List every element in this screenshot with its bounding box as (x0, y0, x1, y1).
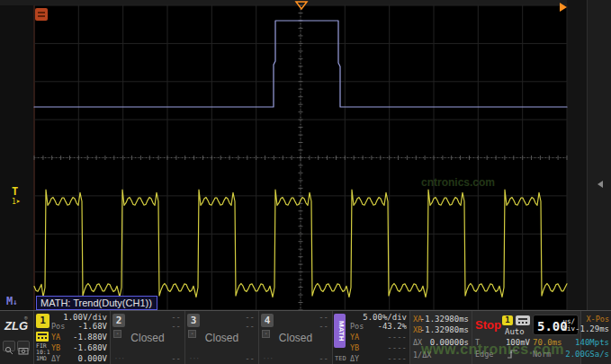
left-margin (0, 5, 34, 310)
right-margin (567, 0, 611, 310)
channel-4-panel[interactable]: 4 -- -- - Closed ··· -- (258, 311, 332, 364)
channel-4-badge[interactable]: 4 (261, 314, 274, 327)
cursor-yb-value: -1.680V (73, 344, 107, 352)
oscilloscope-screen: T 1➤ M↓ MATH: Trend(Duty(CH1)) www.cntro… (0, 0, 611, 364)
brand-logo: ZLG (4, 319, 28, 333)
math-scale: 5.00%/div (363, 314, 407, 322)
channel-1-impedance: 1MΩ (36, 356, 47, 362)
left-edge-clip-indicator (33, 5, 35, 310)
channel-3-status: Closed (185, 332, 258, 344)
sample-rate: 2.00GSa/s (546, 351, 609, 359)
channel-3-badge[interactable]: 3 (187, 314, 200, 327)
channel-2-status: Closed (111, 332, 184, 344)
screenshot-button[interactable] (17, 341, 30, 351)
waveform-display[interactable] (34, 5, 567, 310)
trigger-label: T (475, 339, 480, 347)
trigger-source-marker[interactable]: T 1➤ (12, 187, 21, 207)
channel-1-panel[interactable]: 1 FIR 10:1 1MΩ 1.00V/div Pos -1.68V YA -… (33, 311, 110, 364)
timebase-unit: us/div (562, 318, 575, 333)
trigger-arrow-icon: ➤ (16, 198, 21, 206)
cursor-ya-value: -1.880V (73, 333, 107, 342)
run-stop-button[interactable]: Stop (475, 318, 501, 332)
trigger-type[interactable]: Edge (475, 351, 493, 359)
cursor-dx-value: 0.00000s (430, 339, 469, 347)
math-sub-badge: TED (335, 355, 346, 362)
channel-3-panel[interactable]: 3 -- -- - Closed ··· -- (184, 311, 258, 364)
right-scroll-column[interactable] (587, 0, 611, 310)
trigger-position-marker-icon[interactable] (294, 0, 309, 11)
channel-1-position: -1.68V (77, 323, 107, 331)
channel-2-panel[interactable]: 2 -- -- - Closed ··· -- (110, 311, 184, 364)
camera-icon (18, 346, 29, 355)
trigger-level: 100mV (506, 339, 530, 347)
run-state-column: Stop T Edge (472, 311, 502, 364)
rising-edge-icon (506, 349, 520, 360)
level-arrow-icon[interactable] (597, 180, 604, 189)
memory-depth: 140Mpts (555, 339, 609, 347)
cursor-x-panel[interactable]: XA -1.32980ms XB -1.32980ms ΔX 0.00000s … (409, 311, 472, 364)
channel-1-coupling-icon (36, 332, 49, 342)
record-status-badge[interactable] (35, 8, 48, 21)
channel-1-scale: 1.00V/div (63, 314, 107, 322)
registered-mark: ® (24, 315, 28, 321)
trigger-letter: T (12, 185, 18, 198)
trigger-coupling-icon[interactable] (516, 315, 530, 325)
math-badge[interactable]: MATH (334, 314, 346, 348)
math-panel[interactable]: MATH TED 5.00%/div Pos -43.2% YA ---- YB… (332, 311, 409, 364)
channel-1-badge[interactable]: 1 (36, 314, 49, 328)
channel-2-badge[interactable]: 2 (112, 314, 125, 327)
cursor-dy-value: 0.000V (77, 355, 107, 363)
cursor-xa-value: -1.32980ms (420, 315, 469, 324)
trigger-mode[interactable]: Auto (505, 328, 525, 336)
xpos-value: -1.29ms (575, 325, 609, 333)
trigger-source-badge[interactable]: 1 (502, 315, 513, 325)
brand-block: ZLG ® (0, 311, 33, 364)
math-channel-marker[interactable]: M↓ (6, 295, 18, 307)
trigger-settings-column: 1 Auto 100mV (502, 311, 531, 364)
xpos-label: X-Pos (586, 315, 609, 324)
magnifier-icon (4, 346, 14, 355)
cursor-xb-value: -1.32980ms (420, 326, 469, 334)
timebase-button[interactable]: 5.00 us/div (533, 315, 579, 335)
horizontal-position-arrow-icon[interactable] (559, 2, 568, 13)
horizontal-info-column: X-Pos -1.29ms 140Mpts 2.00GSa/s (580, 311, 611, 364)
status-bar: ZLG ® 1 FIR 10:1 1MΩ 1.00V/div Pos -1.68… (0, 310, 611, 364)
zoom-tool-button[interactable] (3, 341, 15, 351)
math-expression-label[interactable]: MATH: Trend(Duty(CH1)) (36, 296, 157, 310)
math-position: -43.2% (377, 323, 407, 331)
channel-4-status: Closed (259, 332, 332, 344)
